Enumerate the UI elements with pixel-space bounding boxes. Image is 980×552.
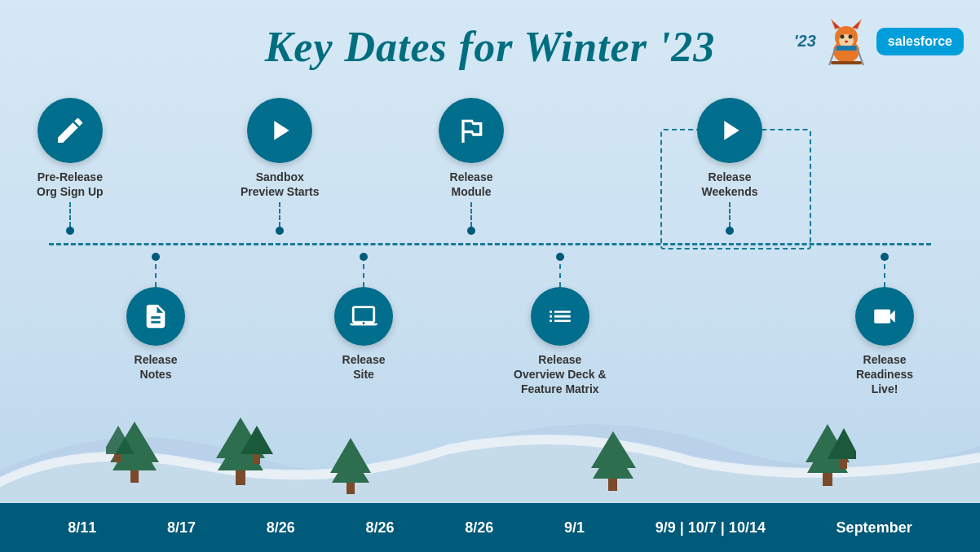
date-826-3: 8/26 [465, 519, 493, 537]
dot-sandbox [276, 227, 284, 235]
date-826-1: 8/26 [267, 519, 295, 537]
logo-area: '23 salesforce [794, 15, 964, 68]
dot-readiness [881, 253, 889, 261]
play-icon-circle-weekends [697, 98, 762, 163]
salesforce-logo: salesforce [876, 28, 964, 55]
svg-point-9 [845, 41, 848, 43]
date-bar: 8/11 8/17 8/26 8/26 8/26 9/1 9/9 | 10/7 … [0, 503, 980, 552]
vline-site [363, 264, 364, 287]
date-826-2: 8/26 [366, 519, 395, 537]
sandbox-preview-label: SandboxPreview Starts [241, 170, 320, 199]
dot-overview [556, 253, 564, 261]
release-weekends-label: ReleaseWeekends [702, 170, 758, 199]
vline-overview [559, 264, 561, 287]
item-release-site: ReleaseSite [334, 253, 393, 382]
vline-module [470, 202, 472, 227]
date-weekends: 9/9 | 10/7 | 10/14 [656, 519, 766, 537]
release-module-label: ReleaseModule [450, 170, 493, 199]
dot-pre-release [66, 227, 74, 235]
svg-rect-11 [831, 61, 862, 64]
document-icon-circle [126, 287, 185, 346]
item-pre-release: Pre-ReleaseOrg Sign Up [37, 98, 104, 235]
item-release-weekends: ReleaseWeekends [697, 98, 762, 235]
item-release-readiness: Release ReadinessLive! [840, 253, 929, 397]
vline-weekends [729, 202, 731, 227]
svg-rect-10 [836, 46, 857, 51]
timeline: Pre-ReleaseOrg Sign Up SandboxPreview St… [0, 98, 980, 473]
item-release-overview: ReleaseOverview Deck &Feature Matrix [514, 253, 607, 397]
vline-sandbox [279, 202, 280, 227]
date-811: 8/11 [68, 519, 96, 537]
svg-rect-29 [608, 479, 617, 491]
vline-pre-release [69, 202, 71, 227]
svg-rect-26 [347, 483, 355, 494]
date-91: 9/1 [564, 519, 585, 537]
release-readiness-label: Release ReadinessLive! [840, 352, 929, 397]
pre-release-label: Pre-ReleaseOrg Sign Up [37, 170, 104, 199]
monitor-icon-circle [334, 287, 393, 346]
dot-site [360, 253, 368, 261]
release-site-label: ReleaseSite [342, 352, 386, 382]
svg-point-7 [840, 35, 844, 39]
item-release-module: ReleaseModule [439, 98, 504, 235]
play-icon-circle-sandbox [247, 98, 312, 163]
pencil-icon-circle [38, 98, 103, 163]
vline-readiness [884, 264, 885, 287]
dot-weekends [726, 227, 734, 235]
item-sandbox-preview: SandboxPreview Starts [241, 98, 320, 235]
release-overview-label: ReleaseOverview Deck &Feature Matrix [514, 352, 607, 397]
fox-mascot [823, 15, 870, 68]
mountain-icon-circle [439, 98, 504, 163]
dot-module [467, 227, 475, 235]
release-notes-label: ReleaseNotes [135, 352, 178, 382]
dot-notes [152, 253, 160, 261]
date-september: September [837, 519, 912, 537]
vline-notes [155, 264, 157, 287]
date-817: 8/17 [167, 519, 196, 537]
svg-point-8 [848, 35, 852, 39]
svg-rect-32 [823, 473, 832, 486]
winter23-badge: '23 [794, 32, 816, 51]
video-icon-circle [855, 287, 914, 346]
item-release-notes: ReleaseNotes [126, 253, 185, 382]
list-icon-circle [531, 287, 589, 346]
